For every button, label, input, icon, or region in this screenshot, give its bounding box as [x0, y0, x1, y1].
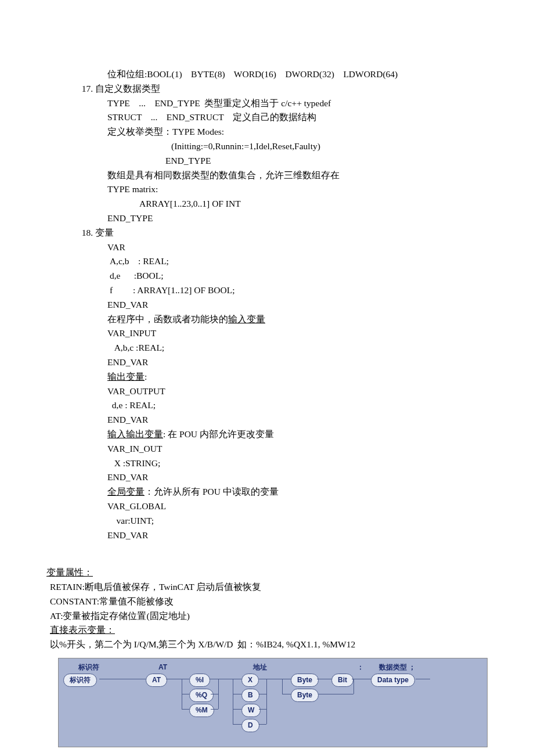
- text-line: 全局变量：允许从所有 POU 中读取的变量: [46, 485, 488, 499]
- text-line: END_VAR: [46, 470, 488, 485]
- header-colon: ：: [357, 662, 364, 673]
- text-line: CONSTANT:常量值不能被修改: [0, 595, 534, 609]
- text-line: 变量属性：: [0, 566, 534, 580]
- text-line: 在程序中，函数或者功能块的输入变量: [46, 312, 488, 327]
- text-line: X :STRING;: [46, 456, 488, 471]
- connector: [416, 679, 430, 679]
- underlined-text: 输入输出变量: [107, 429, 163, 439]
- text-line: VAR_INPUT: [46, 326, 488, 341]
- connector: [210, 679, 241, 679]
- connector: [99, 679, 146, 679]
- text-line: END_TYPE: [46, 211, 488, 226]
- header-addr: 地址: [253, 662, 267, 673]
- text-line: VAR_GLOBAL: [46, 499, 488, 514]
- text-line: 位和位组:BOOL(1) BYTE(8) WORD(16) DWORD(32) …: [46, 67, 488, 82]
- connector: [166, 679, 189, 679]
- text-line: var:UINT;: [46, 514, 488, 528]
- text-line: TYPE ... END_TYPE 类型重定义相当于 c/c++ typedef: [46, 96, 488, 111]
- text-line: A,b,c :REAL;: [46, 341, 488, 355]
- connector: [259, 679, 291, 679]
- connector: [259, 724, 266, 725]
- text-part: ：允许从所有 POU 中读取的变量: [145, 487, 279, 496]
- connector: [352, 679, 371, 679]
- pill-d: D: [241, 719, 259, 732]
- text-line: f : ARRAY[1..12] OF BOOL;: [46, 283, 488, 298]
- text-line: d,e :BOOL;: [46, 269, 488, 283]
- connector: [319, 694, 353, 694]
- item-number: 18.: [75, 226, 93, 240]
- connector: [182, 709, 189, 710]
- pill-byte2: Byte: [291, 689, 319, 702]
- pill-datatype: Data type: [371, 674, 415, 687]
- header-ident: 标识符: [78, 662, 99, 673]
- text-line: 定义枚举类型：TYPE Modes:: [46, 125, 488, 139]
- text-line: 直接表示变量：: [0, 623, 534, 638]
- text-line: VAR: [46, 240, 488, 255]
- connector: [233, 724, 241, 725]
- pill-at: AT: [146, 674, 167, 687]
- pill-w: W: [241, 704, 261, 717]
- text-line: AT:变量被指定存储位置(固定地址): [0, 609, 534, 624]
- text-line: VAR_IN_OUT: [46, 442, 488, 456]
- text-part: :: [145, 372, 147, 381]
- text-line: A,c,b : REAL;: [46, 254, 488, 269]
- heading-18: 18.变量: [46, 226, 488, 240]
- text-line: ARRAY[1..23,0..1] OF INT: [46, 197, 488, 211]
- text-line: END_VAR: [46, 413, 488, 427]
- text-line: 输入输出变量: 在 POU 内部允许更改变量: [46, 427, 488, 442]
- text-line: VAR_OUTPUT: [46, 384, 488, 399]
- text-line: STRUCT ... END_STRUCT 定义自己的数据结构: [46, 110, 488, 125]
- text-part: : 在 POU 内部允许更改变量: [163, 429, 274, 439]
- heading-text: 变量: [95, 228, 114, 237]
- connector: [259, 694, 266, 694]
- pill-b: B: [241, 689, 259, 702]
- text-line: 输出变量:: [46, 370, 488, 384]
- underlined-text: 输入变量: [228, 314, 265, 324]
- pill-bit: Bit: [331, 674, 353, 687]
- text-line: d,e : REAL;: [46, 398, 488, 413]
- connector: [218, 679, 219, 709]
- connector: [282, 694, 291, 694]
- header-at: AT: [158, 662, 167, 673]
- connector: [211, 709, 218, 710]
- item-number: 17.: [75, 82, 93, 96]
- connector: [266, 679, 267, 724]
- pill-percent-i: %I: [189, 674, 210, 687]
- pill-percent-q: %Q: [189, 689, 214, 702]
- text-line: 以%开头，第二个为 I/Q/M,第三个为 X/B/W/D 如：%IB24, %Q…: [0, 638, 534, 652]
- underlined-text: 全局变量: [107, 487, 145, 496]
- underlined-text: 直接表示变量：: [50, 625, 115, 635]
- connector: [233, 694, 241, 694]
- pill-x: X: [241, 674, 259, 687]
- text-line: END_VAR: [46, 528, 488, 543]
- text-line: (Initting:=0,Runnin:=1,Idel,Reset,Faulty…: [46, 139, 488, 154]
- connector: [233, 679, 233, 724]
- text-line: RETAIN:断电后值被保存，TwinCAT 启动后值被恢复: [0, 580, 534, 595]
- pill-byte: Byte: [291, 674, 319, 687]
- connector: [259, 709, 266, 710]
- connector: [182, 694, 189, 694]
- pill-identifier: 标识符: [63, 674, 97, 687]
- heading-text: 自定义数据类型: [95, 84, 160, 93]
- syntax-diagram: 标识符 AT 地址 ： 数据类型 ； 标识符 AT %I X Byte Bit …: [58, 658, 488, 747]
- text-line: END_TYPE: [46, 154, 488, 168]
- text-line: 数组是具有相同数据类型的数值集合，允许三维数组存在: [46, 168, 488, 183]
- underlined-text: 变量属性：: [46, 567, 93, 577]
- text-line: TYPE matrix:: [46, 182, 488, 197]
- connector: [282, 679, 283, 694]
- underlined-text: 输出变量: [107, 372, 145, 381]
- connector: [233, 709, 241, 710]
- heading-17: 17.自定义数据类型: [46, 82, 488, 96]
- text-line: END_VAR: [46, 298, 488, 312]
- connector: [353, 679, 354, 694]
- text-line: END_VAR: [46, 355, 488, 370]
- header-datatype: 数据类型 ；: [379, 662, 416, 673]
- connector: [317, 679, 331, 679]
- text-part: 在程序中，函数或者功能块的: [107, 314, 228, 324]
- pill-percent-m: %M: [189, 704, 214, 717]
- connector: [211, 694, 218, 694]
